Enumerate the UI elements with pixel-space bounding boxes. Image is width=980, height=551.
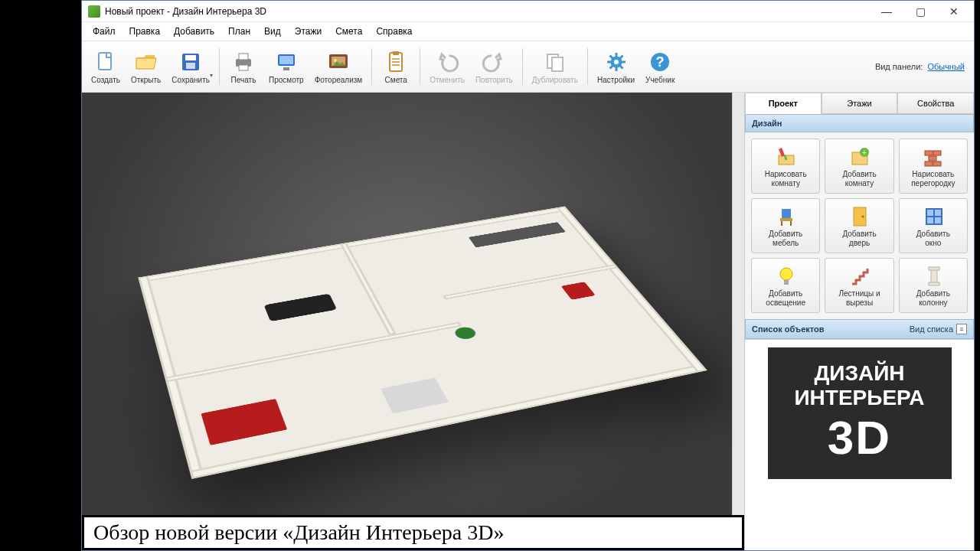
column-icon xyxy=(922,264,945,287)
design-brick-wall-button[interactable]: Нарисоватьперегородку xyxy=(899,139,968,194)
toolbar-redo-button: Повторить xyxy=(471,44,518,89)
door-icon xyxy=(848,204,871,227)
svg-rect-37 xyxy=(933,161,941,166)
toolbar-label: Повторить xyxy=(475,76,513,84)
toolbar-label: Сохранить xyxy=(172,76,210,84)
toolbar-floppy-button[interactable]: Сохранить xyxy=(167,44,214,89)
tab-floors[interactable]: Этажи xyxy=(822,93,898,114)
toolbar-separator xyxy=(371,48,372,85)
svg-rect-3 xyxy=(186,63,195,69)
toolbar-label: Печать xyxy=(231,76,256,84)
minimize-button[interactable]: — xyxy=(870,2,903,21)
toolbar-separator xyxy=(420,48,420,85)
design-brush-room-button[interactable]: Нарисоватькомнату xyxy=(751,139,820,194)
grid-label: Нарисоватьперегородку xyxy=(911,170,955,187)
design-column-button[interactable]: Добавитьколонну xyxy=(899,258,968,313)
svg-point-12 xyxy=(334,59,337,62)
list-view-config-icon[interactable]: ≡ xyxy=(956,324,967,334)
help-icon: ? xyxy=(648,50,672,74)
object-list: ДИЗАЙН ИНТЕРЬЕРА 3D xyxy=(745,339,974,550)
design-tool-grid: Нарисоватькомнату+ДобавитькомнатуНарисов… xyxy=(745,132,974,319)
grid-label: Добавитьокно xyxy=(916,230,950,247)
panel-view-link[interactable]: Обычный xyxy=(927,62,965,71)
toolbar-label: Дублировать xyxy=(532,76,578,84)
svg-rect-36 xyxy=(925,161,933,166)
svg-rect-35 xyxy=(929,156,936,161)
toolbar-label: Настройки xyxy=(597,76,635,84)
banner-line3: 3D xyxy=(779,410,941,465)
toolbar-printer-button[interactable]: Печать xyxy=(224,44,263,89)
banner-line1: ДИЗАЙН xyxy=(779,361,941,386)
design-window-button[interactable]: Добавитьокно xyxy=(899,198,968,253)
toolbar-duplicate-button: Дублировать xyxy=(528,44,583,89)
file-new-icon xyxy=(93,50,118,74)
menu-edit[interactable]: Правка xyxy=(123,24,167,39)
maximize-button[interactable]: ▢ xyxy=(903,2,937,21)
titlebar: Новый проект - Дизайн Интерьера 3D — ▢ ✕ xyxy=(82,1,974,22)
menu-view[interactable]: Вид xyxy=(258,24,287,39)
side-tabs: Проект Этажи Свойства xyxy=(745,93,974,114)
svg-rect-16 xyxy=(552,57,563,71)
floorplan-model xyxy=(138,206,707,479)
toolbar-photoreal-button[interactable]: Фотореализм xyxy=(310,44,368,89)
window-icon xyxy=(922,204,945,227)
grid-label: Добавитьколонну xyxy=(916,289,950,307)
toolbar-separator xyxy=(522,48,523,85)
caption-text: Обзор новой версии «Дизайн Интерьера 3D» xyxy=(93,520,505,544)
app-window: Новый проект - Дизайн Интерьера 3D — ▢ ✕… xyxy=(81,0,975,551)
menu-estimate[interactable]: Смета xyxy=(329,24,368,39)
svg-rect-34 xyxy=(933,151,941,155)
toolbar-folder-open-button[interactable]: Открыть xyxy=(126,44,165,89)
toolbar-help-button[interactable]: ?Учебник xyxy=(641,44,679,89)
menu-add[interactable]: Добавить xyxy=(168,24,220,39)
chair-icon xyxy=(774,204,797,227)
gear-icon xyxy=(604,50,629,74)
toolbar-clipboard-calc-button[interactable]: Смета xyxy=(377,44,415,89)
svg-rect-38 xyxy=(780,218,792,221)
tab-properties[interactable]: Свойства xyxy=(897,93,974,114)
design-add-room-button[interactable]: +Добавитькомнату xyxy=(825,139,893,194)
grid-label: Добавитьосвещение xyxy=(766,289,805,307)
menu-floors[interactable]: Этажи xyxy=(289,24,328,39)
svg-rect-48 xyxy=(931,269,937,284)
toolbar-label: Просмотр xyxy=(269,76,304,84)
close-button[interactable]: ✕ xyxy=(937,2,971,21)
toolbar: СоздатьОткрытьСохранитьПечатьПросмотрФот… xyxy=(82,41,974,93)
toolbar-gear-button[interactable]: Настройки xyxy=(593,44,639,89)
panel-view-label: Вид панели: xyxy=(875,62,923,71)
menu-file[interactable]: Файл xyxy=(87,24,122,39)
svg-rect-49 xyxy=(929,267,939,270)
viewport-3d[interactable] xyxy=(82,93,732,550)
toolbar-label: Отменить xyxy=(430,76,465,84)
svg-text:+: + xyxy=(863,148,867,157)
design-door-button[interactable]: Добавитьдверь xyxy=(825,198,893,253)
letterbox-left xyxy=(0,0,81,551)
menu-help[interactable]: Справка xyxy=(370,24,418,39)
svg-rect-8 xyxy=(279,56,293,64)
svg-rect-2 xyxy=(185,55,196,60)
toolbar-separator xyxy=(587,48,588,85)
brush-room-icon xyxy=(774,145,797,168)
design-stairs-button[interactable]: Лестницы ивырезы xyxy=(825,258,893,313)
toolbar-file-new-button[interactable]: Создать xyxy=(87,44,125,89)
svg-rect-9 xyxy=(283,67,289,70)
app-icon xyxy=(88,5,100,18)
design-chair-button[interactable]: Добавитьмебель xyxy=(751,198,820,253)
letterbox-right xyxy=(975,0,980,551)
stairs-icon xyxy=(848,264,871,287)
printer-icon xyxy=(231,50,256,74)
photoreal-icon xyxy=(326,50,351,74)
design-lightbulb-button[interactable]: Добавитьосвещение xyxy=(751,258,820,313)
svg-rect-50 xyxy=(929,282,939,285)
viewport-scrollbar[interactable] xyxy=(732,93,744,550)
add-room-icon: + xyxy=(848,145,871,168)
floppy-icon xyxy=(178,50,203,74)
grid-label: Добавитькомнату xyxy=(842,170,876,187)
menu-plan[interactable]: План xyxy=(222,24,256,39)
section-objects-header: Список объектов Вид списка ≡ xyxy=(745,319,974,339)
monitor-icon xyxy=(274,50,299,74)
svg-rect-14 xyxy=(393,51,399,55)
svg-point-26 xyxy=(614,60,619,64)
tab-project[interactable]: Проект xyxy=(745,93,822,114)
toolbar-monitor-button[interactable]: Просмотр xyxy=(264,44,309,89)
